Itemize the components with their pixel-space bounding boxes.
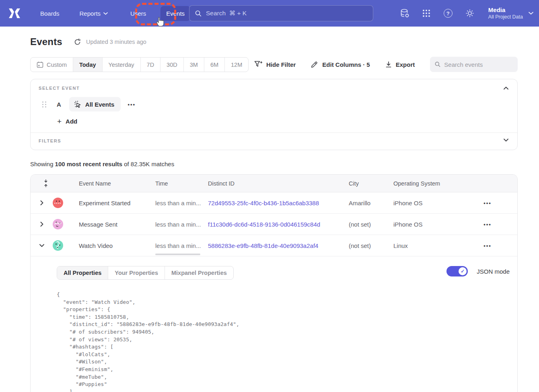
apps-grid-icon[interactable] [421, 8, 432, 19]
global-search[interactable] [189, 5, 373, 21]
json-mode-toggle[interactable]: ✓ [446, 266, 468, 276]
step-letter: A [57, 101, 61, 108]
table-header-row: Event Name Time Distinct ID City Operati… [31, 175, 517, 192]
column-header-distinct-id: Distinct ID [208, 180, 349, 187]
json-mode-label: JSON mode [477, 268, 510, 275]
horizontal-scrollbar[interactable] [155, 254, 200, 255]
search-events-field[interactable] [430, 57, 518, 72]
column-header-event-name: Event Name [79, 180, 155, 187]
date-range-7d[interactable]: 7D [141, 58, 161, 72]
filters-label: FILTERS [39, 138, 509, 143]
date-range-control: Custom Today Yesterday 7D 30D 3M 6M 12M [30, 57, 249, 72]
date-range-custom-label: Custom [47, 62, 67, 68]
date-range-3m[interactable]: 3M [184, 58, 204, 72]
results-summary-suffix: of 82.35K matches [124, 161, 174, 167]
nav-item-users[interactable]: Users [125, 6, 152, 21]
data-management-icon[interactable] [399, 8, 410, 19]
add-event-button[interactable]: + Add [57, 118, 77, 125]
event-avatar [53, 219, 63, 229]
time-cell: less than a min... [155, 242, 208, 249]
events-table: Event Name Time Distinct ID City Operati… [30, 174, 518, 392]
event-selector-button[interactable]: All Events [69, 97, 121, 111]
export-button[interactable]: Export [385, 61, 415, 68]
expand-row-chevron-right-icon[interactable] [31, 222, 53, 227]
results-summary: Showing100 most recent resultsof 82.35K … [30, 161, 174, 167]
results-summary-prefix: Showing [30, 161, 53, 167]
select-event-label: SELECT EVENT [39, 86, 509, 91]
row-more-options-button[interactable]: ••• [481, 241, 494, 250]
chevron-down-icon [529, 12, 533, 15]
collapse-all-rows-icon[interactable] [39, 179, 53, 187]
project-switcher[interactable]: Media All Project Data [488, 6, 533, 20]
date-range-today[interactable]: Today [73, 58, 103, 72]
row-more-options-button[interactable]: ••• [481, 220, 494, 229]
search-events-input[interactable] [444, 61, 513, 68]
distinct-id-link[interactable]: 5886283e-e9fb-48fb-81de-40e9093a2af4 [208, 242, 349, 249]
distinct-id-link[interactable]: 72d49553-25fc-4f0c-b436-1b5ac6ab3388 [208, 200, 349, 206]
filters-section[interactable]: FILTERS [31, 133, 517, 150]
global-search-input[interactable] [206, 10, 367, 17]
date-range-yesterday[interactable]: Yesterday [103, 58, 141, 72]
edit-columns-label: Edit Columns · 5 [322, 61, 370, 68]
drag-handle-icon[interactable] [42, 101, 48, 107]
date-range-custom[interactable]: Custom [31, 58, 73, 72]
chevron-down-icon [103, 12, 108, 15]
expand-row-chevron-right-icon[interactable] [31, 200, 53, 205]
project-subtitle: All Project Data [488, 14, 523, 21]
collapse-row-chevron-down-icon[interactable] [31, 244, 53, 247]
page-title: Events [30, 36, 62, 47]
select-event-section: SELECT EVENT A All Events ••• + [31, 79, 517, 133]
download-icon [385, 61, 392, 68]
table-row[interactable]: Message Sent less than a min... f11c30d6… [31, 214, 517, 235]
tab-your-properties[interactable]: Your Properties [108, 266, 165, 279]
add-event-label: Add [66, 118, 77, 125]
time-cell: less than a min... [155, 221, 208, 228]
hide-filter-button[interactable]: Hide Filter [254, 61, 296, 68]
date-range-12m[interactable]: 12M [225, 58, 248, 72]
column-header-city: City [349, 180, 393, 187]
nav-item-events[interactable]: Events [160, 6, 190, 21]
event-avatar [53, 198, 63, 208]
event-name-cell: Watch Video [79, 242, 155, 249]
help-question-glyph: ? [444, 9, 453, 18]
search-icon [195, 10, 202, 17]
expand-filters-chevron-down-icon[interactable] [502, 137, 510, 143]
table-row-expanded[interactable]: Watch Video less than a min... 5886283e-… [31, 235, 517, 256]
refresh-icon[interactable] [74, 38, 81, 46]
plus-icon: + [57, 118, 62, 125]
top-navbar: Boards Reports Users Events [0, 0, 539, 27]
collapse-section-chevron-up-icon[interactable] [502, 85, 510, 91]
primary-nav: Boards Reports Users Events [35, 6, 190, 21]
date-range-6m[interactable]: 6M [204, 58, 225, 72]
export-label: Export [396, 61, 415, 68]
event-more-options-button[interactable]: ••• [128, 101, 136, 107]
distinct-id-link[interactable]: f11c30d6-dc6d-4518-9136-0d046159c84d [208, 221, 349, 228]
event-avatar [53, 240, 63, 251]
nav-item-reports-label: Reports [80, 10, 101, 17]
navbar-right: ? Media All Project Data [399, 0, 533, 27]
edit-columns-button[interactable]: Edit Columns · 5 [311, 61, 370, 68]
toggle-check-icon: ✓ [459, 267, 467, 275]
mixpanel-logo-icon[interactable] [8, 8, 21, 19]
nav-item-reports[interactable]: Reports [74, 6, 114, 21]
pencil-icon [311, 61, 318, 68]
properties-tabs: All Properties Your Properties Mixpanel … [57, 266, 234, 280]
date-range-30d[interactable]: 30D [160, 58, 184, 72]
page-header: Events Updated 3 minutes ago [30, 36, 146, 47]
row-more-options-button[interactable]: ••• [481, 198, 494, 208]
column-header-time: Time [155, 180, 208, 187]
settings-gear-icon[interactable] [464, 8, 475, 19]
event-detail-panel: All Properties Your Properties Mixpanel … [31, 256, 517, 392]
tab-mixpanel-properties[interactable]: Mixpanel Properties [165, 266, 233, 279]
events-page: Boards Reports Users Events [0, 0, 539, 392]
os-cell: Linux [393, 242, 458, 249]
city-cell: (not set) [349, 242, 393, 249]
query-builder-card: SELECT EVENT A All Events ••• + [30, 79, 518, 150]
column-header-os: Operating System [393, 180, 458, 187]
tab-all-properties[interactable]: All Properties [57, 266, 108, 279]
table-row[interactable]: Experiment Started less than a min... 72… [31, 192, 517, 214]
help-icon[interactable]: ? [442, 8, 454, 19]
filter-icon [254, 61, 262, 68]
nav-item-boards[interactable]: Boards [35, 6, 65, 21]
calendar-icon [37, 61, 43, 68]
